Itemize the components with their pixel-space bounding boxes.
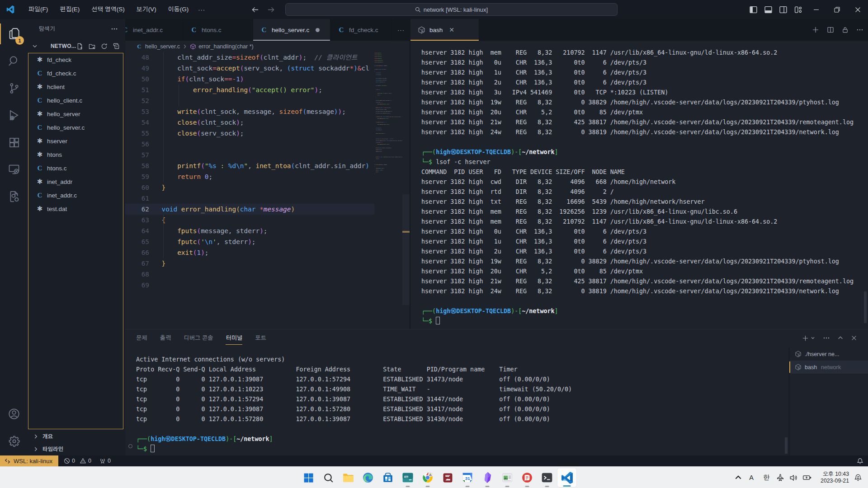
- taskbar-app-store[interactable]: [378, 468, 398, 488]
- activity-run-debug-button[interactable]: [0, 102, 28, 128]
- account-button[interactable]: [0, 401, 28, 427]
- terminal-list-item[interactable]: ./hserver ne...: [789, 347, 868, 361]
- panel-tab-문제[interactable]: 문제: [136, 329, 147, 347]
- ime-latin-indicator[interactable]: A: [744, 474, 759, 481]
- toggle-secondary-sidebar-button[interactable]: [776, 0, 791, 19]
- panel-tab-출력[interactable]: 출력: [160, 329, 171, 347]
- file-tree-item[interactable]: ✱hclient: [28, 80, 123, 94]
- panel-tab-디버그 콘솔[interactable]: 디버그 콘솔: [184, 329, 213, 347]
- file-tree-item[interactable]: Chtons.c: [28, 161, 123, 175]
- lock-terminal-button[interactable]: [842, 26, 849, 33]
- tray-hidden-icons-button[interactable]: [732, 472, 744, 483]
- panel-more-actions-button[interactable]: [823, 334, 830, 342]
- sidebar-more-actions-button[interactable]: [111, 25, 118, 33]
- taskbar-app-edge[interactable]: [358, 468, 378, 488]
- toggle-panel-button[interactable]: [761, 0, 776, 19]
- activity-explorer-button[interactable]: 1: [0, 21, 28, 47]
- taskbar-app-explorer[interactable]: [338, 468, 358, 488]
- file-tree-item[interactable]: ✱hserver: [28, 134, 123, 148]
- editor-scrollbar[interactable]: [402, 194, 410, 305]
- code-editor[interactable]: 4849505152535455565758596061626364656667…: [125, 52, 410, 329]
- file-tree-item[interactable]: Chello_client.c: [28, 94, 123, 107]
- window-minimize-button[interactable]: [806, 0, 826, 19]
- breadcrumb-symbol[interactable]: error_handling(char *): [198, 43, 254, 50]
- terminal-more-actions-button[interactable]: [856, 26, 863, 33]
- ports-status[interactable]: 0: [99, 458, 111, 464]
- window-close-button[interactable]: [847, 0, 868, 19]
- editor-tab-fd_check.c[interactable]: Cfd_check.c: [330, 19, 392, 41]
- terminal-list-item[interactable]: bashnetwork: [789, 361, 868, 374]
- taskbar-app-kali[interactable]: KALI: [398, 468, 418, 488]
- panel-maximize-button[interactable]: [837, 335, 844, 341]
- problems-status[interactable]: 0 0: [64, 458, 91, 464]
- menu-item-4[interactable]: 이동(G): [163, 4, 193, 16]
- activity-source-control-button[interactable]: [0, 75, 28, 101]
- split-terminal-button[interactable]: [827, 26, 834, 33]
- volume-icon[interactable]: [789, 474, 797, 482]
- panel-tab-포트[interactable]: 포트: [255, 329, 266, 347]
- panel-terminal-scrollbar[interactable]: [785, 437, 788, 454]
- file-tree-item[interactable]: ✱hello_server: [28, 107, 123, 121]
- command-center-search[interactable]: network [WSL: kali-linux]: [285, 3, 618, 16]
- activity-remote-explorer-button[interactable]: [0, 156, 28, 183]
- toggle-sidebar-button[interactable]: [746, 0, 761, 19]
- activity-extensions-button[interactable]: [0, 129, 28, 155]
- taskbar-app-terminal[interactable]: [537, 468, 557, 488]
- file-tree-item[interactable]: ✱htons: [28, 148, 123, 161]
- taskbar-app-start[interactable]: [298, 468, 318, 488]
- editor-tab-hello_server.c[interactable]: Chello_server.c: [253, 19, 330, 41]
- menu-item-0[interactable]: 파일(F): [24, 4, 53, 16]
- menu-more-button[interactable]: ···: [193, 4, 210, 15]
- nav-forward-button[interactable]: [267, 6, 275, 13]
- window-restore-button[interactable]: [826, 0, 847, 19]
- settings-gear-button[interactable]: [0, 428, 28, 454]
- new-file-button[interactable]: [76, 43, 83, 50]
- panel-new-terminal-button[interactable]: [802, 335, 809, 342]
- notification-bell-z-icon[interactable]: [854, 473, 863, 482]
- breadcrumb-file[interactable]: hello_server.c: [145, 43, 180, 50]
- file-tree-item[interactable]: ✱inet_addr: [28, 175, 123, 188]
- tray-clock[interactable]: 오후 10:43 2023-09-21: [821, 471, 849, 484]
- outline-section[interactable]: 개요: [28, 430, 125, 443]
- ime-korean-indicator[interactable]: 한: [759, 474, 774, 482]
- panel-terminal-dropdown-button[interactable]: [810, 335, 816, 341]
- file-tree-item[interactable]: Chello_server.c: [28, 121, 123, 134]
- explorer-section-header[interactable]: NETWO...: [28, 41, 125, 52]
- collapse-folders-button[interactable]: [113, 43, 120, 50]
- terminal-editor-tab[interactable]: bash✕: [410, 19, 479, 41]
- tab-close-button[interactable]: ✕: [449, 26, 454, 33]
- terminal-scrollbar[interactable]: [864, 291, 867, 323]
- taskbar-app-calendar[interactable]: 31: [458, 468, 477, 488]
- terminal-editor[interactable]: hserver 3182 high mem REG 8,32 210792 11…: [410, 41, 868, 329]
- airplane-mode-icon[interactable]: [776, 474, 784, 482]
- panel-terminal[interactable]: Active Internet connections (w/o servers…: [125, 347, 789, 456]
- new-folder-button[interactable]: [89, 43, 95, 50]
- taskbar-app-search[interactable]: [318, 468, 338, 488]
- battery-charging-icon[interactable]: [802, 473, 812, 482]
- panel-tab-터미널[interactable]: 터미널: [226, 329, 242, 347]
- panel-close-button[interactable]: [851, 335, 857, 341]
- nav-back-button[interactable]: [251, 6, 259, 13]
- activity-make-tools-button[interactable]: [0, 183, 28, 210]
- taskbar-app-notes[interactable]: [517, 468, 537, 488]
- file-tree-item[interactable]: ✱test.dat: [28, 202, 123, 216]
- customize-layout-button[interactable]: [791, 0, 806, 19]
- file-tree-item[interactable]: Cinet_addr.c: [28, 188, 123, 202]
- taskbar-app-news[interactable]: [497, 468, 517, 488]
- editor-tab-inet_addr.c[interactable]: Cinet_addr.c: [125, 19, 183, 41]
- activity-search-button[interactable]: [0, 48, 28, 74]
- file-tree-item[interactable]: Cfd_check.c: [28, 66, 123, 80]
- refresh-button[interactable]: [101, 43, 108, 50]
- taskbar-app-vscode[interactable]: [557, 468, 577, 488]
- taskbar-app-chrome[interactable]: [418, 468, 438, 488]
- notifications-bell-button[interactable]: [857, 455, 863, 466]
- menu-item-1[interactable]: 편집(E): [55, 4, 85, 16]
- file-tree-item[interactable]: ✱fd_check: [28, 53, 123, 66]
- minimap[interactable]: #include <stdio.h> #include <stdlib.h> #…: [374, 52, 402, 329]
- menu-item-3[interactable]: 보기(V): [132, 4, 161, 16]
- taskbar-app-obsidian[interactable]: [477, 468, 497, 488]
- modified-dot-icon[interactable]: [316, 28, 320, 32]
- remote-indicator[interactable]: WSL: kali-linux: [0, 455, 58, 466]
- editor-tab-htons.c[interactable]: Chtons.c: [183, 19, 253, 41]
- menu-item-2[interactable]: 선택 영역(S): [86, 4, 130, 16]
